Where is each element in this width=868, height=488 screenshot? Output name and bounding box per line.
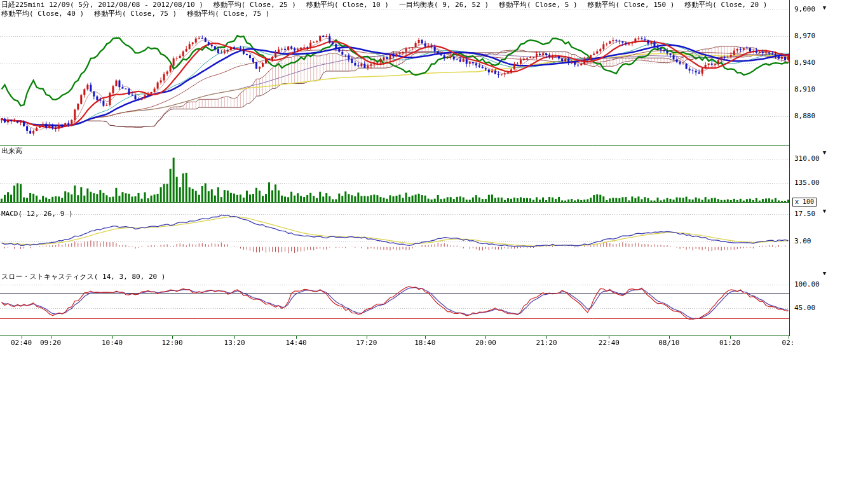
indicator-label: 移動平均( Close, 25 ): [214, 1, 296, 9]
indicator-label: 移動平均( Close, 40 ): [1, 10, 84, 18]
time-axis-label: 21:20: [536, 339, 557, 347]
volume-panel-title: 出来高: [1, 147, 22, 155]
indicator-label: 移動平均( Close, 10 ): [306, 1, 389, 9]
macd-panel-title: MACD( 12, 26, 9 ): [1, 210, 73, 218]
time-axis-label: 09:20: [40, 339, 61, 347]
time-axis-label: 14:40: [286, 339, 307, 347]
indicator-header-row-2: 移動平均( Close, 40 )移動平均( Close, 75 )移動平均( …: [1, 10, 280, 18]
price-scale-spinner-button[interactable]: ▼: [820, 4, 829, 11]
volume-multiplier-badge: x 100: [792, 198, 817, 207]
volume-scale-spinner-button[interactable]: ▼: [820, 149, 829, 156]
chart-canvas[interactable]: [0, 0, 790, 339]
indicator-label: 移動平均( Close, 150 ): [588, 1, 675, 9]
indicator-label: 日経225mini 12/09( 5分, 2012/08/08 - 2012/0…: [1, 1, 203, 9]
price-axis-label: 9,000: [794, 6, 815, 13]
macd-axis-label: 17.50: [794, 210, 815, 218]
price-axis-label: 8,910: [794, 86, 815, 93]
stoch-axis-label: 100.00: [794, 281, 820, 288]
stoch-axis-label: 45.00: [794, 304, 815, 312]
indicator-label: 移動平均( Close, 5 ): [499, 1, 577, 9]
chart-application-window: 日経225mini 12/09( 5分, 2012/08/08 - 2012/0…: [0, 0, 868, 488]
time-axis-label: 02:: [782, 339, 795, 347]
time-axis-label: 20:00: [475, 339, 496, 347]
indicator-label: 移動平均( Close, 20 ): [684, 1, 767, 9]
time-axis-label: 13:20: [224, 339, 245, 347]
volume-axis-label: 310.00: [794, 155, 820, 163]
time-axis-label: 02:40: [11, 339, 32, 347]
indicator-label: 一目均衡表( 9, 26, 52 ): [399, 1, 489, 9]
time-axis-label: 01:20: [719, 339, 740, 347]
stochastics-panel-title: スロー・ストキャスティクス( 14, 3, 80, 20 ): [1, 273, 165, 281]
indicator-label: 移動平均( Close, 75 ): [94, 10, 177, 18]
macd-axis-label: 3.00: [794, 238, 811, 245]
stoch-scale-spinner-button[interactable]: ▼: [820, 269, 829, 277]
time-axis-label: 17:20: [356, 339, 377, 347]
price-axis-label: 8,940: [794, 59, 815, 67]
indicator-label: 移動平均( Close, 75 ): [187, 10, 269, 18]
macd-scale-spinner-button[interactable]: ▼: [820, 207, 829, 215]
price-axis-label: 8,880: [794, 112, 815, 120]
volume-axis-label: 135.00: [794, 179, 820, 187]
time-axis-label: 10:40: [102, 339, 123, 347]
price-axis-label: 8,970: [794, 32, 815, 40]
time-axis-label: 08/10: [658, 339, 679, 347]
time-axis-label: 18:40: [414, 339, 435, 347]
time-axis-label: 22:40: [599, 339, 620, 347]
indicator-header-row-1: 日経225mini 12/09( 5分, 2012/08/08 - 2012/0…: [1, 1, 777, 9]
time-axis-label: 12:00: [161, 339, 182, 347]
